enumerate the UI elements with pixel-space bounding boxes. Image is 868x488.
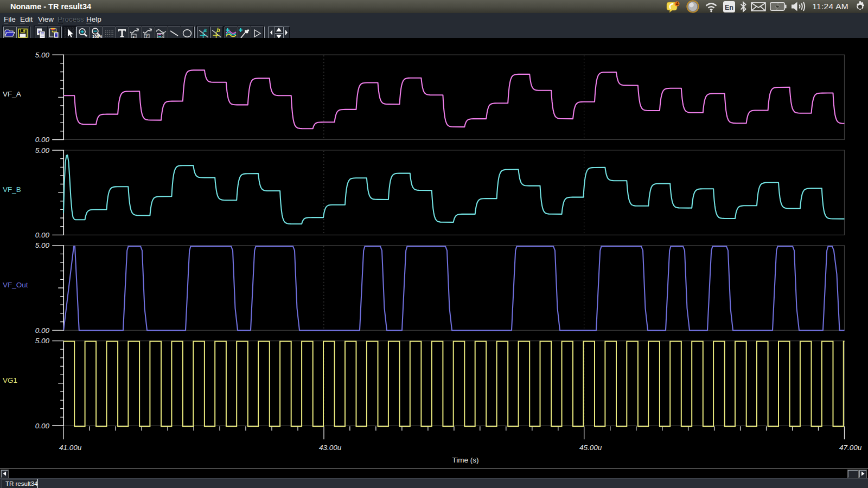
svg-text:VF_B: VF_B — [3, 185, 21, 194]
svg-text:0.00: 0.00 — [35, 326, 50, 335]
svg-text:0.00: 0.00 — [35, 136, 50, 144]
svg-text:43.00u: 43.00u — [319, 444, 342, 452]
svg-text:0.00: 0.00 — [35, 231, 50, 239]
svg-text:VF_Out: VF_Out — [3, 281, 28, 289]
svg-text:VF_A: VF_A — [3, 90, 21, 98]
svg-text:5.00: 5.00 — [35, 146, 50, 155]
svg-text:Time (s): Time (s) — [452, 456, 479, 464]
svg-text:5.00: 5.00 — [35, 241, 50, 249]
svg-text:b: b — [217, 27, 220, 33]
svg-text:a: a — [204, 27, 207, 33]
svg-text:5.00: 5.00 — [35, 51, 50, 59]
svg-text:0.00: 0.00 — [35, 422, 50, 430]
svg-text:VG1: VG1 — [3, 376, 17, 384]
svg-text:41.00u: 41.00u — [59, 444, 82, 452]
svg-text:En: En — [725, 3, 733, 11]
svg-text:5.00: 5.00 — [35, 337, 50, 345]
svg-text:4: 4 — [676, 1, 679, 7]
svg-text:47.00u: 47.00u — [839, 444, 862, 452]
svg-text:45.00u: 45.00u — [579, 444, 602, 452]
